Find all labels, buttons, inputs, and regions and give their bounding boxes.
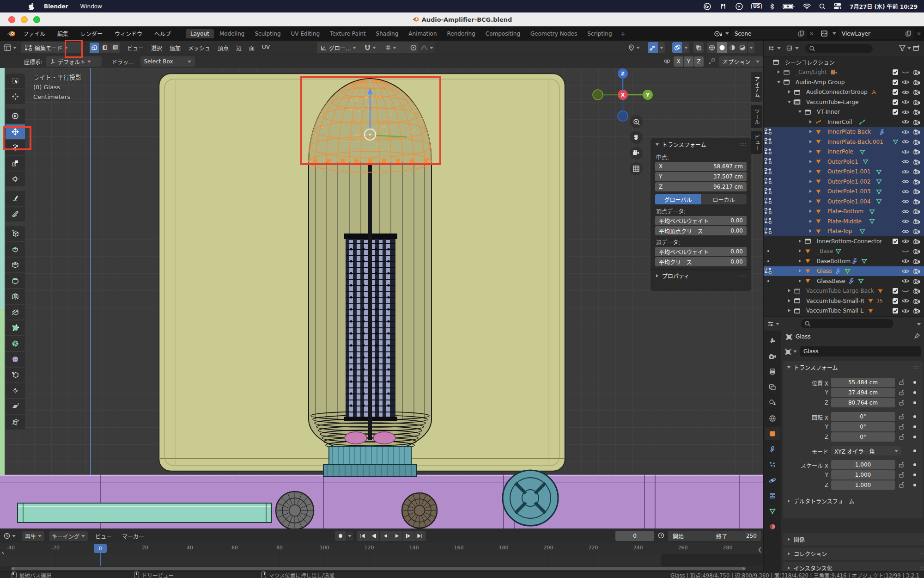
outliner-row[interactable]: OuterPole1 bbox=[764, 157, 924, 167]
select-mode-vertex[interactable] bbox=[90, 43, 99, 53]
disable-render-toggle[interactable] bbox=[912, 118, 921, 126]
collapse-arrow[interactable]: ❮ bbox=[758, 547, 762, 553]
orientation-global-button[interactable]: グローバル bbox=[655, 194, 701, 204]
outliner-row[interactable]: InnerPole bbox=[764, 147, 924, 157]
workspace-tab-animation[interactable]: Animation bbox=[404, 29, 441, 38]
proportional-edit-toggle[interactable] bbox=[408, 42, 419, 53]
outliner-row[interactable]: VT-Inner bbox=[764, 107, 924, 117]
vertex-data-field-0[interactable]: 平均ベベルウェイト0.00 bbox=[655, 216, 747, 225]
rotation-mode-dropdown[interactable]: XYZ オイラー角 bbox=[831, 446, 901, 455]
collection-exclude-checkbox[interactable] bbox=[891, 68, 900, 76]
minimize-window-button[interactable] bbox=[21, 16, 28, 23]
play-circle-icon[interactable] bbox=[736, 3, 743, 10]
n-panel-tab-1[interactable]: ツール bbox=[751, 105, 762, 128]
properties-tab-view-layer[interactable] bbox=[765, 381, 780, 394]
hide-viewport-toggle[interactable] bbox=[901, 128, 910, 136]
median-x-field[interactable]: X58.697 cm bbox=[655, 162, 747, 171]
properties-tab-scene[interactable] bbox=[765, 396, 780, 409]
workspace-tab-uv-editing[interactable]: UV Editing bbox=[286, 29, 325, 38]
properties-filter-dropdown[interactable] bbox=[917, 320, 921, 327]
viewport-menu-7[interactable]: UV bbox=[262, 44, 270, 52]
outliner-row[interactable]: VaccumTube-Large bbox=[764, 97, 924, 107]
properties-tab-constraints[interactable] bbox=[765, 489, 780, 502]
tool-inset-faces[interactable] bbox=[6, 258, 25, 272]
outliner-search-input[interactable] bbox=[805, 44, 873, 53]
properties-tab-output[interactable] bbox=[765, 365, 780, 378]
topbar-menu-1[interactable]: 編集 bbox=[55, 30, 71, 37]
collection-exclude-checkbox[interactable] bbox=[891, 297, 900, 305]
gizmo-dropdown[interactable] bbox=[658, 42, 665, 53]
zoom-window-button[interactable] bbox=[33, 16, 40, 23]
disable-render-toggle[interactable] bbox=[912, 217, 921, 226]
disable-render-toggle[interactable] bbox=[912, 257, 921, 265]
viewport-menu-3[interactable]: メッシュ bbox=[188, 44, 210, 52]
shading-wireframe-button[interactable] bbox=[707, 42, 717, 53]
location-0-field[interactable]: 55.484 cm bbox=[831, 378, 895, 387]
scale-0-animate-dot[interactable] bbox=[913, 463, 916, 466]
select-mode-edge[interactable] bbox=[100, 43, 109, 53]
play-reverse-button[interactable] bbox=[380, 531, 391, 541]
workspace-tab-texture-paint[interactable]: Texture Paint bbox=[325, 29, 370, 38]
properties-tab-object[interactable] bbox=[765, 427, 780, 440]
rotation-1-animate-dot[interactable] bbox=[913, 425, 916, 428]
collection-exclude-checkbox[interactable] bbox=[891, 307, 900, 315]
outliner-row[interactable]: OuterPole1.003 bbox=[764, 187, 924, 197]
overlays-dropdown[interactable] bbox=[683, 42, 689, 53]
workspace-tab-compositing[interactable]: Compositing bbox=[481, 29, 525, 38]
rotation-1-field[interactable]: 0° bbox=[831, 422, 895, 431]
workspace-tab-modeling[interactable]: Modeling bbox=[215, 29, 249, 38]
hide-viewport-toggle[interactable] bbox=[901, 297, 910, 305]
outliner-row[interactable]: InnerCoil bbox=[764, 117, 924, 127]
mirror-toggle[interactable] bbox=[662, 56, 673, 67]
correct-face-toggle[interactable] bbox=[706, 56, 717, 67]
viewport-menu-4[interactable]: 頂点 bbox=[218, 44, 229, 52]
scale-1-field[interactable]: 1.000 bbox=[831, 470, 895, 480]
viewlayer-name-field[interactable]: ViewLayer bbox=[839, 29, 914, 39]
nav-camera-view-icon[interactable] bbox=[630, 147, 643, 160]
options-dropdown[interactable]: オプション bbox=[719, 56, 763, 67]
outliner-row[interactable]: Plate-Top bbox=[764, 227, 924, 237]
transform-panel-header[interactable]: トランスフォーム:::: bbox=[650, 138, 751, 150]
rotation-0-lock[interactable] bbox=[899, 413, 904, 421]
tool-transform-gizmo[interactable] bbox=[6, 172, 25, 186]
outliner-editor-type-button[interactable] bbox=[768, 45, 781, 51]
jump-to-start-button[interactable] bbox=[357, 531, 368, 541]
hide-viewport-toggle[interactable] bbox=[901, 247, 910, 255]
apple-icon[interactable] bbox=[29, 3, 35, 10]
playhead-badge[interactable]: 0 bbox=[94, 544, 107, 553]
hide-viewport-toggle[interactable] bbox=[901, 98, 910, 106]
properties-tab-world[interactable] bbox=[765, 412, 780, 425]
menubar-app-name[interactable]: Blender bbox=[44, 3, 68, 10]
annotation-pin-dropdown[interactable]: 0 bbox=[628, 44, 647, 51]
nav-hand-icon[interactable] bbox=[630, 131, 643, 144]
viewport-menu-0[interactable]: ビュー bbox=[127, 44, 144, 52]
outliner-row[interactable]: Plate-Bottom bbox=[764, 207, 924, 217]
hide-viewport-toggle[interactable] bbox=[901, 227, 910, 235]
mirror-axis-x[interactable]: X bbox=[674, 56, 683, 67]
tool-extrude-region[interactable] bbox=[6, 242, 25, 257]
outliner-filter-button[interactable] bbox=[899, 45, 911, 51]
disable-render-toggle[interactable] bbox=[912, 187, 921, 196]
scale-2-field[interactable]: 1.000 bbox=[831, 480, 895, 490]
outliner-row[interactable]: InnerPlate-Back.001 bbox=[764, 137, 924, 147]
copy-scene-icon[interactable] bbox=[798, 31, 804, 37]
properties-tab-physics[interactable] bbox=[765, 474, 780, 487]
disable-render-toggle[interactable] bbox=[912, 108, 921, 116]
tool-edge-slide[interactable] bbox=[6, 368, 25, 382]
properties-tab-render[interactable] bbox=[765, 350, 780, 363]
collection-exclude-checkbox[interactable] bbox=[891, 88, 900, 96]
pin-id-button[interactable] bbox=[914, 333, 920, 340]
rotation-0-animate-dot[interactable] bbox=[913, 415, 916, 418]
outliner-display-mode-button[interactable] bbox=[786, 45, 799, 51]
shading-solid-button[interactable] bbox=[717, 42, 727, 53]
timeline-menu-3[interactable]: マーカー bbox=[119, 531, 147, 541]
disable-render-toggle[interactable] bbox=[912, 167, 921, 176]
current-frame-field[interactable]: 0 bbox=[615, 531, 654, 541]
disable-render-toggle[interactable] bbox=[912, 287, 921, 295]
disable-render-toggle[interactable] bbox=[912, 88, 921, 96]
scale-1-lock[interactable] bbox=[899, 472, 904, 479]
disable-render-toggle[interactable] bbox=[912, 307, 921, 315]
nav-zoom-icon[interactable] bbox=[630, 115, 643, 128]
properties-editor-type-button[interactable] bbox=[767, 321, 779, 327]
object-name-input[interactable]: Glass bbox=[800, 346, 921, 357]
